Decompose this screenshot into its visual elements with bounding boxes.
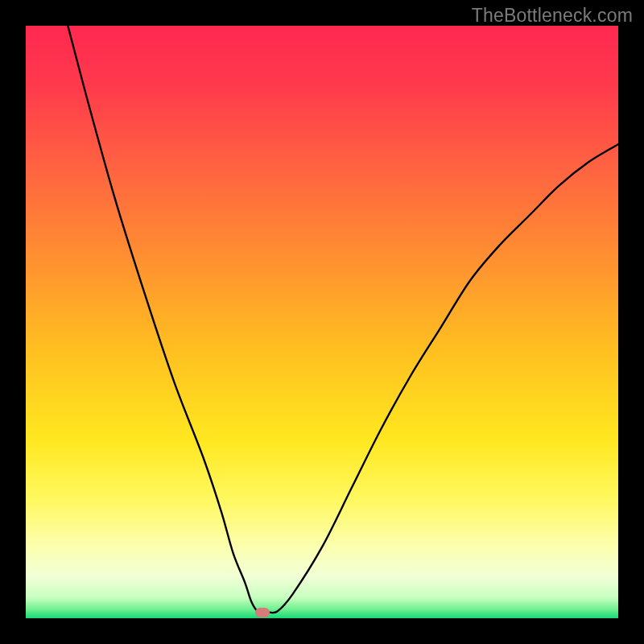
bottleneck-curve xyxy=(26,26,618,613)
chart-curve-layer xyxy=(26,26,618,618)
watermark-text: TheBottleneck.com xyxy=(472,5,633,27)
chart-plot-area xyxy=(26,26,618,618)
optimal-point-marker xyxy=(255,608,270,617)
chart-frame xyxy=(26,26,618,618)
